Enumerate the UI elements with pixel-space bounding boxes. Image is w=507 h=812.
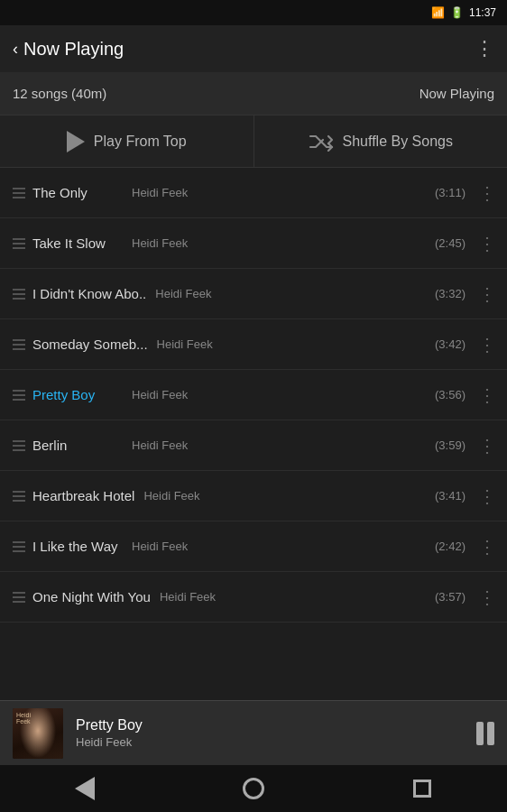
pause-bar-right <box>487 722 494 745</box>
song-title: I Didn't Know Abo.. <box>32 286 146 301</box>
song-info: Berlin Heidi Feek <box>32 438 426 453</box>
home-nav-icon <box>243 778 264 799</box>
song-artist: Heidi Feek <box>143 489 199 503</box>
shuffle-label: Shuffle By Songs <box>343 134 453 150</box>
song-row[interactable]: I Like the Way Heidi Feek (2:42) ⋮ <box>0 521 507 572</box>
drag-handle <box>5 592 32 603</box>
bottom-player: HeidiFeek Pretty Boy Heidi Feek <box>0 700 507 765</box>
recents-nav-icon <box>413 780 431 798</box>
song-duration: (3:41) <box>426 489 466 503</box>
drag-handle <box>5 390 32 401</box>
song-artist: Heidi Feek <box>155 287 211 300</box>
drag-handle <box>5 188 32 198</box>
drag-handle <box>5 440 32 451</box>
song-more-button[interactable]: ⋮ <box>473 485 502 507</box>
player-artist: Heidi Feek <box>76 735 467 749</box>
song-artist: Heidi Feek <box>132 438 188 452</box>
song-duration: (3:56) <box>426 388 466 401</box>
song-artist: Heidi Feek <box>132 388 188 401</box>
song-more-button[interactable]: ⋮ <box>473 334 502 355</box>
song-title: Someday Someb... <box>32 337 148 352</box>
app-header: ‹ Now Playing ⋮ <box>0 25 507 72</box>
song-more-button[interactable]: ⋮ <box>473 384 502 406</box>
song-more-button[interactable]: ⋮ <box>473 182 502 204</box>
back-nav-button[interactable] <box>58 765 112 812</box>
drag-handle <box>5 541 32 552</box>
play-icon <box>67 131 85 152</box>
song-info: I Like the Way Heidi Feek <box>32 539 426 554</box>
home-nav-button[interactable] <box>226 765 281 812</box>
shuffle-icon <box>309 132 334 152</box>
song-list: The Only Heidi Feek (3:11) ⋮ Take It Slo… <box>0 168 507 700</box>
song-more-button[interactable]: ⋮ <box>473 283 502 305</box>
song-artist: Heidi Feek <box>132 236 188 250</box>
song-info: Pretty Boy Heidi Feek <box>32 387 426 402</box>
now-playing-label: Now Playing <box>419 86 494 101</box>
drag-handle <box>5 491 32 502</box>
song-row[interactable]: I Didn't Know Abo.. Heidi Feek (3:32) ⋮ <box>0 269 507 319</box>
song-duration: (2:42) <box>426 540 466 553</box>
song-duration: (3:11) <box>426 186 466 199</box>
shuffle-button[interactable]: Shuffle By Songs <box>254 115 508 167</box>
pause-bar-left <box>476 722 484 745</box>
player-info: Pretty Boy Heidi Feek <box>76 717 467 749</box>
album-label: HeidiFeek <box>16 712 31 725</box>
play-from-top-button[interactable]: Play From Top <box>0 115 254 167</box>
status-bar: 📶 🔋 11:37 <box>0 0 507 25</box>
drag-handle <box>5 339 32 350</box>
song-artist: Heidi Feek <box>132 186 188 199</box>
song-row[interactable]: Pretty Boy Heidi Feek (3:56) ⋮ <box>0 370 507 420</box>
wifi-icon: 📶 <box>431 6 445 19</box>
song-duration: (3:57) <box>426 590 466 604</box>
song-title: Pretty Boy <box>32 387 123 402</box>
player-title: Pretty Boy <box>76 717 467 734</box>
song-row[interactable]: Take It Slow Heidi Feek (2:45) ⋮ <box>0 218 507 269</box>
song-row[interactable]: One Night With You Heidi Feek (3:57) ⋮ <box>0 572 507 623</box>
song-duration: (3:32) <box>426 287 466 300</box>
battery-icon: 🔋 <box>450 6 464 19</box>
song-title: Heartbreak Hotel <box>32 488 134 503</box>
page-title: Now Playing <box>23 39 124 60</box>
song-info: Take It Slow Heidi Feek <box>32 235 426 251</box>
song-row[interactable]: Heartbreak Hotel Heidi Feek (3:41) ⋮ <box>0 471 507 521</box>
song-more-button[interactable]: ⋮ <box>473 435 502 457</box>
song-artist: Heidi Feek <box>160 590 216 604</box>
header-left: ‹ Now Playing <box>13 39 124 60</box>
song-info: Someday Someb... Heidi Feek <box>32 337 426 352</box>
song-row[interactable]: The Only Heidi Feek (3:11) ⋮ <box>0 168 507 218</box>
song-duration: (3:42) <box>426 337 466 351</box>
song-more-button[interactable]: ⋮ <box>473 536 502 558</box>
song-duration: (2:45) <box>426 236 466 250</box>
album-art: HeidiFeek <box>13 708 63 759</box>
song-more-button[interactable]: ⋮ <box>473 586 502 608</box>
drag-handle <box>5 238 32 249</box>
song-duration: (3:59) <box>426 438 466 452</box>
status-icons: 📶 🔋 11:37 <box>431 6 496 19</box>
song-artist: Heidi Feek <box>157 337 213 351</box>
drag-handle <box>5 289 32 300</box>
song-info: I Didn't Know Abo.. Heidi Feek <box>32 286 426 301</box>
clock: 11:37 <box>469 6 496 19</box>
song-row[interactable]: Someday Someb... Heidi Feek (3:42) ⋮ <box>0 319 507 370</box>
song-title: Take It Slow <box>32 235 123 251</box>
songs-count: 12 songs (40m) <box>13 86 106 101</box>
song-title: Berlin <box>32 438 123 453</box>
song-info: One Night With You Heidi Feek <box>32 589 426 604</box>
play-label: Play From Top <box>94 134 187 150</box>
back-button[interactable]: ‹ <box>13 40 18 59</box>
bottom-nav <box>0 765 507 812</box>
play-controls-bar: Play From Top Shuffle By Songs <box>0 115 507 168</box>
song-title: One Night With You <box>32 589 151 604</box>
song-more-button[interactable]: ⋮ <box>473 233 502 254</box>
album-art-image: HeidiFeek <box>13 708 63 759</box>
recents-nav-button[interactable] <box>395 765 449 812</box>
pause-button[interactable] <box>476 722 494 745</box>
back-nav-icon <box>75 777 95 800</box>
song-row[interactable]: Berlin Heidi Feek (3:59) ⋮ <box>0 420 507 471</box>
song-title: The Only <box>32 185 123 200</box>
more-options-button[interactable]: ⋮ <box>475 37 494 60</box>
song-info: Heartbreak Hotel Heidi Feek <box>32 488 426 503</box>
sub-header: 12 songs (40m) Now Playing <box>0 72 507 115</box>
song-title: I Like the Way <box>32 539 123 554</box>
song-info: The Only Heidi Feek <box>32 185 426 200</box>
